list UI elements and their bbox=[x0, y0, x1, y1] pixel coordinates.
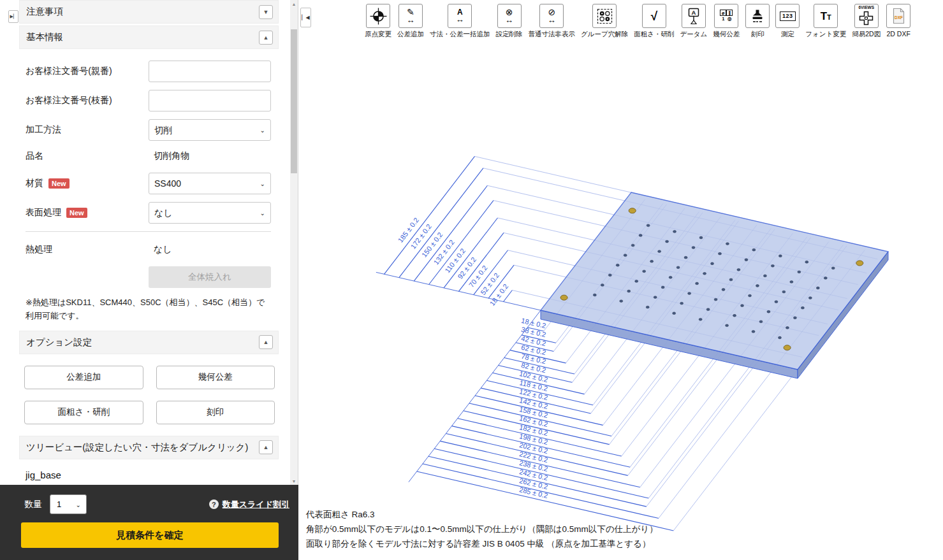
setting-delete-button[interactable]: ⊗↔ bbox=[497, 4, 522, 28]
dxf-button[interactable]: DXF bbox=[886, 4, 910, 28]
grid-hole[interactable] bbox=[624, 254, 627, 257]
grid-hole[interactable] bbox=[729, 278, 733, 281]
grid-hole[interactable] bbox=[714, 298, 717, 301]
grid-hole[interactable] bbox=[745, 259, 748, 261]
grid-hole[interactable] bbox=[824, 277, 827, 280]
grid-hole[interactable] bbox=[779, 255, 782, 257]
chevron-up-icon[interactable]: ▲ bbox=[259, 440, 273, 454]
grid-hole[interactable] bbox=[608, 274, 611, 276]
grid-hole[interactable] bbox=[684, 256, 687, 259]
chevron-down-icon[interactable]: ▼ bbox=[259, 5, 273, 19]
corner-hole[interactable] bbox=[629, 208, 636, 213]
grid-hole[interactable] bbox=[620, 300, 623, 303]
grid-hole[interactable] bbox=[722, 289, 725, 291]
grid-hole[interactable] bbox=[650, 260, 654, 262]
dimension-batch-add-button[interactable]: A↔ bbox=[448, 4, 472, 28]
geometric-tolerance-button[interactable]: ⌀∥1◎ bbox=[714, 4, 738, 28]
model-plate[interactable] bbox=[541, 192, 888, 370]
grid-hole[interactable] bbox=[699, 318, 702, 320]
grid-hole[interactable] bbox=[643, 270, 646, 273]
engraving-button[interactable] bbox=[745, 4, 770, 28]
grid-hole[interactable] bbox=[676, 266, 680, 269]
quantity-discount-link[interactable]: ? 数量スライド割引 bbox=[209, 499, 289, 510]
grid-hole[interactable] bbox=[654, 296, 657, 299]
order-child-input[interactable] bbox=[149, 90, 271, 111]
tree-root-node[interactable]: jig_base bbox=[26, 470, 290, 480]
grid-hole[interactable] bbox=[790, 281, 793, 284]
sidebar-collapse-icon[interactable]: ▶▏ bbox=[8, 10, 18, 23]
material-select[interactable]: SS400 bbox=[149, 173, 271, 194]
grid-hole[interactable] bbox=[706, 308, 710, 311]
measure-button[interactable]: 123 bbox=[775, 4, 800, 28]
grid-hole[interactable] bbox=[718, 252, 721, 255]
grid-hole[interactable] bbox=[673, 231, 676, 233]
option-button-3[interactable]: 刻印 bbox=[156, 401, 275, 424]
machining-method-select[interactable]: 切削 bbox=[149, 119, 271, 141]
hide-normal-dimension-button[interactable]: ⊘↔ bbox=[539, 4, 564, 28]
grid-hole[interactable] bbox=[775, 301, 778, 303]
grid-hole[interactable] bbox=[801, 306, 804, 309]
grid-hole[interactable] bbox=[726, 324, 729, 327]
chevron-up-icon[interactable]: ▲ bbox=[259, 31, 273, 45]
grid-hole[interactable] bbox=[669, 276, 672, 278]
order-parent-input[interactable] bbox=[149, 61, 271, 82]
option-button-0[interactable]: 公差追加 bbox=[24, 366, 143, 389]
section-header-notes[interactable]: 注意事項 ▼ bbox=[19, 0, 279, 24]
option-button-1[interactable]: 幾何公差 bbox=[156, 366, 275, 389]
grid-hole[interactable] bbox=[658, 250, 661, 253]
corner-hole[interactable] bbox=[560, 295, 567, 300]
grid-hole[interactable] bbox=[661, 286, 664, 289]
grid-hole[interactable] bbox=[692, 247, 695, 249]
grid-hole[interactable] bbox=[805, 261, 808, 263]
scroll-up-icon[interactable]: ▲ bbox=[290, 0, 298, 8]
grid-hole[interactable] bbox=[593, 294, 596, 296]
ungroup-holes-button[interactable] bbox=[592, 4, 617, 28]
grid-hole[interactable] bbox=[741, 305, 744, 307]
grid-hole[interactable] bbox=[680, 302, 683, 305]
grid-hole[interactable] bbox=[703, 272, 706, 275]
confirm-quote-button[interactable]: 見積条件を確定 bbox=[21, 522, 279, 548]
font-change-button[interactable]: TT bbox=[814, 4, 838, 28]
origin-button[interactable] bbox=[366, 4, 390, 28]
grid-hole[interactable] bbox=[673, 312, 676, 315]
grid-hole[interactable] bbox=[831, 267, 835, 269]
grid-hole[interactable] bbox=[627, 290, 631, 292]
grid-hole[interactable] bbox=[782, 291, 786, 293]
grid-hole[interactable] bbox=[711, 262, 714, 265]
section-header-options[interactable]: オプション設定 ▲ bbox=[19, 331, 279, 354]
grid-hole[interactable] bbox=[688, 292, 691, 295]
panel-collapse-icon[interactable]: ▏◀ bbox=[300, 8, 311, 27]
section-header-tree[interactable]: ツリービュー(設定したい穴・寸法をダブルクリック) ▲ bbox=[19, 436, 279, 459]
grid-hole[interactable] bbox=[733, 314, 736, 317]
grid-hole[interactable] bbox=[639, 234, 642, 237]
grid-hole[interactable] bbox=[767, 310, 770, 313]
surface-treatment-select[interactable]: なし bbox=[149, 202, 271, 224]
grid-hole[interactable] bbox=[808, 297, 812, 299]
grid-hole[interactable] bbox=[726, 243, 729, 245]
section-header-basic-info[interactable]: 基本情報 ▲ bbox=[19, 25, 279, 49]
grid-hole[interactable] bbox=[752, 331, 755, 333]
grid-hole[interactable] bbox=[778, 336, 781, 339]
datum-button[interactable]: A bbox=[682, 4, 706, 28]
grid-hole[interactable] bbox=[666, 240, 669, 243]
full-quench-button[interactable]: 全体焼入れ bbox=[149, 266, 271, 288]
grid-hole[interactable] bbox=[699, 236, 703, 239]
surface-roughness-button[interactable]: √ bbox=[642, 4, 666, 28]
tolerance-add-button[interactable]: ✎↔ bbox=[398, 4, 423, 28]
grid-hole[interactable] bbox=[798, 271, 801, 273]
grid-hole[interactable] bbox=[816, 287, 819, 289]
grid-hole[interactable] bbox=[737, 268, 740, 271]
grid-hole[interactable] bbox=[647, 224, 650, 227]
corner-hole[interactable] bbox=[784, 345, 791, 350]
grid-hole[interactable] bbox=[646, 306, 649, 308]
3d-viewport[interactable]: 185 ± 0.2172 ± 0.2150 ± 0.2132 ± 0.2110 … bbox=[298, 0, 943, 560]
grid-hole[interactable] bbox=[786, 326, 789, 329]
grid-hole[interactable] bbox=[748, 294, 751, 297]
grid-hole[interactable] bbox=[696, 282, 699, 285]
chevron-up-icon[interactable]: ▲ bbox=[259, 335, 273, 349]
grid-hole[interactable] bbox=[752, 248, 756, 251]
grid-hole[interactable] bbox=[771, 264, 774, 267]
grid-hole[interactable] bbox=[601, 284, 604, 287]
grid-hole[interactable] bbox=[616, 264, 619, 266]
grid-hole[interactable] bbox=[756, 285, 759, 287]
